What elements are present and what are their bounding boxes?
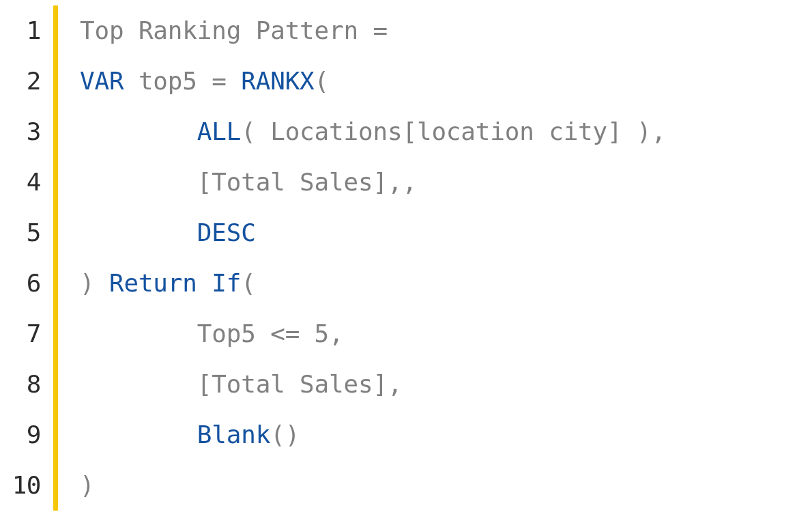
code-line[interactable]: Top5 <= 5, bbox=[80, 309, 812, 359]
line-number: 2 bbox=[0, 56, 53, 106]
token-plain: Top Ranking Pattern = bbox=[80, 16, 402, 44]
code-line[interactable]: ) bbox=[80, 460, 812, 511]
token-keyword: VAR bbox=[80, 67, 124, 95]
token-kw2: Return bbox=[109, 269, 197, 297]
line-number: 4 bbox=[0, 157, 53, 208]
token-plain: ( bbox=[315, 67, 329, 95]
code-editor[interactable]: 12345678910 Top Ranking Pattern = VAR to… bbox=[0, 0, 812, 512]
token-plain: Top5 <= 5, bbox=[80, 319, 344, 347]
token-plain bbox=[80, 117, 197, 145]
line-number: 3 bbox=[0, 106, 53, 157]
token-plain: top5 = bbox=[124, 67, 241, 95]
line-number: 5 bbox=[0, 208, 53, 258]
code-line[interactable]: [Total Sales], bbox=[80, 359, 812, 410]
code-line[interactable]: ALL( Locations[location city] ), bbox=[80, 106, 812, 157]
token-plain: ) bbox=[80, 471, 94, 499]
token-func: RANKX bbox=[241, 67, 314, 95]
token-plain bbox=[80, 421, 197, 449]
token-plain bbox=[80, 218, 197, 246]
token-plain bbox=[197, 269, 212, 297]
code-line[interactable]: [Total Sales],, bbox=[80, 157, 812, 208]
token-plain: ( Locations[location city] ), bbox=[241, 117, 666, 145]
token-plain: [Total Sales], bbox=[80, 370, 402, 398]
line-number: 9 bbox=[0, 410, 53, 460]
token-plain: ) bbox=[80, 269, 109, 297]
code-line[interactable]: Top Ranking Pattern = bbox=[80, 5, 812, 56]
token-plain: () bbox=[270, 421, 300, 449]
code-line[interactable]: ) Return If( bbox=[80, 258, 812, 309]
code-line[interactable]: VAR top5 = RANKX( bbox=[80, 56, 812, 106]
token-keyword: DESC bbox=[197, 218, 256, 246]
code-line[interactable]: Blank() bbox=[80, 410, 812, 460]
code-area[interactable]: Top Ranking Pattern = VAR top5 = RANKX( … bbox=[58, 0, 812, 512]
line-number: 1 bbox=[0, 5, 53, 56]
token-func: Blank bbox=[197, 421, 270, 449]
code-line[interactable]: DESC bbox=[80, 208, 812, 258]
token-plain: ( bbox=[241, 269, 255, 297]
line-number: 6 bbox=[0, 258, 53, 309]
line-number: 7 bbox=[0, 309, 53, 359]
token-func: If bbox=[212, 269, 241, 297]
line-number: 10 bbox=[0, 460, 53, 511]
token-func: ALL bbox=[197, 117, 241, 145]
accent-bar bbox=[53, 5, 58, 511]
token-plain: [Total Sales],, bbox=[80, 168, 417, 196]
line-number: 8 bbox=[0, 359, 53, 410]
line-number-gutter: 12345678910 bbox=[0, 0, 53, 512]
